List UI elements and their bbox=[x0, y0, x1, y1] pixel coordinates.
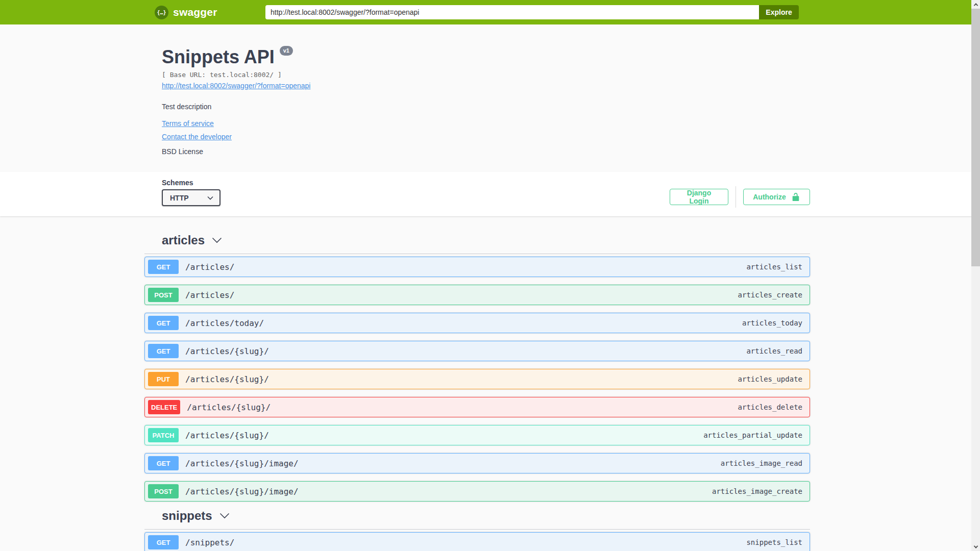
endpoint-row[interactable]: GET /snippets/ snippets_list bbox=[144, 532, 810, 551]
endpoint-path: /articles/{slug}/image/ bbox=[185, 487, 299, 496]
endpoint-row[interactable]: PATCH /articles/{slug}/ articles_partial… bbox=[144, 425, 810, 445]
api-title-text: Snippets API bbox=[162, 47, 275, 67]
swagger-logo[interactable]: {…} swagger bbox=[155, 0, 217, 24]
chevron-down-icon[interactable] bbox=[212, 237, 222, 243]
api-tag-section: articles GET /articles/ articles_list PO… bbox=[144, 234, 810, 502]
endpoint-path: /snippets/ bbox=[185, 538, 234, 547]
endpoint-row[interactable]: GET /articles/{slug}/image/ articles_ima… bbox=[144, 453, 810, 473]
endpoint-path: /articles/{slug}/ bbox=[185, 374, 269, 384]
method-badge: GET bbox=[148, 535, 179, 549]
contact-developer-link[interactable]: Contact the developer bbox=[162, 133, 232, 141]
operation-id: articles_read bbox=[746, 347, 802, 355]
endpoint-path: /articles/ bbox=[185, 262, 234, 272]
endpoint-list: GET /articles/ articles_list POST /artic… bbox=[144, 257, 810, 502]
endpoint-path: /articles/today/ bbox=[185, 318, 264, 328]
api-description: Test description bbox=[162, 103, 310, 111]
terms-of-service-link[interactable]: Terms of service bbox=[162, 119, 214, 128]
chevron-down-icon bbox=[207, 196, 213, 200]
endpoint-row[interactable]: GET /articles/{slug}/ articles_read bbox=[144, 341, 810, 361]
page-title: Snippets APIv1 bbox=[162, 47, 310, 67]
operation-id: articles_partial_update bbox=[703, 431, 802, 439]
django-login-label: Django Login bbox=[679, 189, 719, 205]
endpoint-path: /articles/{slug}/ bbox=[187, 403, 271, 412]
django-login-button[interactable]: Django Login bbox=[670, 189, 728, 205]
spec-link[interactable]: http://test.local:8002/swagger/?format=o… bbox=[162, 82, 310, 90]
sections: articles GET /articles/ articles_list PO… bbox=[144, 234, 810, 551]
section-header[interactable]: articles bbox=[144, 234, 810, 254]
operation-id: articles_delete bbox=[738, 403, 802, 411]
endpoint-path: /articles/{slug}/ bbox=[185, 346, 269, 356]
endpoint-row[interactable]: POST /articles/{slug}/image/ articles_im… bbox=[144, 481, 810, 502]
swagger-logo-icon: {…} bbox=[155, 6, 168, 19]
endpoint-path: /articles/{slug}/ bbox=[185, 431, 269, 440]
method-badge: GET bbox=[148, 316, 179, 330]
endpoint-row[interactable]: PUT /articles/{slug}/ articles_update bbox=[144, 369, 810, 389]
endpoint-list: GET /snippets/ snippets_list bbox=[144, 532, 810, 551]
method-badge: PUT bbox=[148, 372, 179, 386]
section-title: snippets bbox=[162, 509, 212, 522]
swagger-ui-page: {…} swagger Explore Snippets APIv1 [ Bas… bbox=[0, 0, 980, 551]
authorize-label: Authorize bbox=[753, 193, 786, 201]
section-title: articles bbox=[162, 234, 205, 247]
chevron-down-icon[interactable] bbox=[219, 513, 230, 519]
auth-divider bbox=[736, 186, 736, 208]
endpoint-row[interactable]: DELETE /articles/{slug}/ articles_delete bbox=[144, 397, 810, 417]
endpoint-row[interactable]: POST /articles/ articles_create bbox=[144, 285, 810, 305]
scroll-down-icon[interactable] bbox=[971, 542, 980, 551]
authorize-button[interactable]: Authorize bbox=[743, 189, 810, 205]
method-badge: PATCH bbox=[148, 428, 179, 442]
schemes-label: Schemes bbox=[162, 179, 220, 187]
operation-id: articles_update bbox=[738, 375, 802, 383]
version-badge: v1 bbox=[280, 46, 293, 56]
swagger-logo-text: swagger bbox=[173, 6, 217, 18]
scrollbar[interactable] bbox=[971, 0, 980, 551]
info-section: Snippets APIv1 [ Base URL: test.local:80… bbox=[0, 24, 980, 172]
scrollbar-thumb[interactable] bbox=[971, 9, 980, 266]
endpoint-row[interactable]: GET /articles/ articles_list bbox=[144, 257, 810, 277]
operation-id: articles_image_read bbox=[721, 459, 802, 467]
auth-wrapper: Django Login Authorize bbox=[670, 186, 810, 208]
scroll-up-icon[interactable] bbox=[971, 0, 980, 9]
license-text: BSD License bbox=[162, 147, 310, 156]
operation-id: articles_create bbox=[738, 291, 802, 299]
method-badge: GET bbox=[148, 260, 179, 274]
api-tag-section: snippets GET /snippets/ snippets_list bbox=[144, 509, 810, 551]
base-url-text: [ Base URL: test.local:8002/ ] bbox=[162, 71, 310, 79]
schemes-selected-value: HTTP bbox=[170, 194, 189, 202]
section-header[interactable]: snippets bbox=[144, 509, 810, 530]
endpoint-path: /articles/ bbox=[185, 290, 234, 300]
method-badge: GET bbox=[148, 456, 179, 470]
unlock-icon bbox=[791, 192, 800, 202]
method-badge: POST bbox=[148, 484, 179, 498]
schemes-select[interactable]: HTTP bbox=[162, 189, 220, 206]
method-badge: POST bbox=[148, 288, 179, 302]
endpoint-path: /articles/{slug}/image/ bbox=[185, 459, 299, 468]
operations-container: articles GET /articles/ articles_list PO… bbox=[144, 216, 810, 551]
topbar: {…} swagger Explore bbox=[0, 0, 980, 24]
operation-id: articles_today bbox=[742, 319, 802, 327]
operation-id: snippets_list bbox=[746, 538, 802, 546]
operation-id: articles_list bbox=[746, 263, 802, 271]
explore-button[interactable]: Explore bbox=[759, 5, 799, 19]
method-badge: GET bbox=[148, 344, 179, 358]
endpoint-row[interactable]: GET /articles/today/ articles_today bbox=[144, 313, 810, 333]
spec-url-input[interactable] bbox=[265, 5, 759, 19]
method-badge: DELETE bbox=[148, 400, 180, 414]
operation-id: articles_image_create bbox=[712, 487, 802, 495]
scheme-container: Schemes HTTP Django Login Authorize bbox=[0, 172, 980, 216]
spec-url-bar: Explore bbox=[265, 5, 799, 19]
